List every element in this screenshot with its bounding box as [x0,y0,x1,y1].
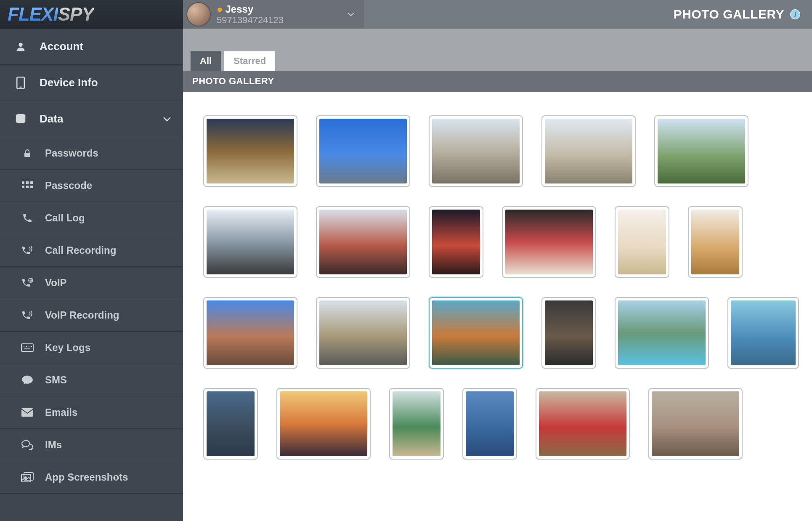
user-chip[interactable]: ●Jessy 5971394724123 [183,0,364,29]
photo-thumbnail[interactable] [316,206,410,278]
phone-globe-icon [19,277,36,288]
info-icon[interactable]: i [790,9,800,19]
sidebar-item-data[interactable]: Data [0,101,183,137]
sidebar-item-app-screenshots[interactable]: App Screenshots [0,461,183,494]
photo-thumbnail[interactable] [502,206,596,278]
photo-thumbnail[interactable] [462,388,517,460]
thumbnail-image [618,210,666,274]
thumbnail-image [658,119,745,183]
svg-rect-18 [21,408,33,417]
sidebar-item-device-info[interactable]: Device Info [0,65,183,101]
tab-row: All Starred [183,51,812,71]
thumbnail-image [545,300,593,365]
sidebar-item-account[interactable]: Account [0,29,183,65]
thumbnail-image [280,391,367,456]
chevron-down-icon [347,12,355,16]
status-dot-icon: ● [217,3,223,15]
gallery-wrap [183,92,812,521]
photo-thumbnail[interactable] [429,115,523,187]
thumbnail-image [432,210,480,274]
photo-thumbnail[interactable] [429,206,483,278]
thumbnail-image [432,300,520,365]
sidebar-item-label: Data [40,112,63,125]
photo-thumbnail[interactable] [316,115,410,187]
content: All Starred PHOTO GALLERY [183,29,812,521]
main: ●Jessy 5971394724123 PHOTO GALLERY i All… [183,0,812,521]
thumbnail-image [545,119,632,183]
sidebar-item-call-log[interactable]: Call Log [0,202,183,234]
photo-thumbnail[interactable] [203,115,297,187]
grid-icon [19,181,36,190]
svg-rect-6 [26,181,29,184]
svg-rect-10 [30,186,33,188]
thumbnail-image [207,300,294,365]
keyboard-icon [19,343,36,352]
sidebar-item-voip-recording[interactable]: VoIP Recording [0,299,183,332]
sidebar-item-label: VoIP [45,277,67,289]
thumbnail-image [691,210,739,274]
photo-thumbnail[interactable] [316,297,410,369]
logo-part1: FLEXI [8,4,58,24]
sidebar-item-call-recording[interactable]: Call Recording [0,234,183,267]
sidebar-item-ims[interactable]: IMs [0,429,183,461]
photo-thumbnail[interactable] [276,388,371,460]
sidebar-item-label: Call Log [45,212,85,224]
logo-part2: SPY [58,4,94,24]
tab-starred[interactable]: Starred [224,51,275,71]
user-id: 5971394724123 [217,15,284,25]
photo-thumbnail[interactable] [203,388,258,460]
database-icon [12,113,29,125]
thumbnail-image [652,391,739,456]
svg-point-0 [19,43,22,46]
sidebar-item-label: Key Logs [45,342,90,354]
brand-logo[interactable]: FLEXISPY [0,0,183,29]
thumbnail-image [505,210,593,274]
sidebar-item-voip[interactable]: VoIP [0,267,183,299]
photo-thumbnail[interactable] [203,297,297,369]
photo-thumbnail[interactable] [648,388,743,460]
section-header: PHOTO GALLERY [183,71,812,92]
sidebar-item-label: Emails [45,407,77,418]
chat-icon [19,375,36,385]
thumbnail-image [466,391,514,456]
photo-thumbnail[interactable] [389,388,444,460]
tab-all[interactable]: All [191,51,221,71]
sidebar-item-passwords[interactable]: Passwords [0,137,183,170]
thumbnail-image [432,119,520,183]
sidebar-item-label: Passcode [45,180,92,191]
nav: Account Device Info Data [0,29,183,521]
svg-rect-5 [22,181,24,184]
sidebar-item-label: App Screenshots [45,471,128,483]
sidebar-item-label: VoIP Recording [45,309,119,321]
sidebar-item-label: Account [40,40,83,53]
sidebar-item-sms[interactable]: SMS [0,364,183,396]
photo-thumbnail[interactable] [615,206,669,278]
sidebar-item-key-logs[interactable]: Key Logs [0,332,183,364]
gallery [203,115,802,460]
svg-rect-8 [22,186,24,188]
sidebar-item-emails[interactable]: Emails [0,396,183,429]
user-meta: ●Jessy 5971394724123 [217,3,284,26]
photo-thumbnail[interactable] [536,388,630,460]
lock-icon [19,148,36,159]
sidebar-item-passcode[interactable]: Passcode [0,170,183,202]
photo-thumbnail[interactable] [541,297,596,369]
thumbnail-image [207,210,294,274]
photo-thumbnail[interactable] [654,115,748,187]
photo-thumbnail[interactable] [541,115,636,187]
device-icon [12,77,29,89]
phone-signal-icon [19,310,36,321]
photo-thumbnail[interactable] [203,206,297,278]
photo-thumbnail[interactable] [429,297,523,369]
thumbnail-image [319,210,407,274]
svg-rect-9 [26,186,29,188]
photo-thumbnail[interactable] [615,297,709,369]
photo-thumbnail[interactable] [688,206,743,278]
avatar [186,2,211,27]
thumbnail-image [539,391,626,456]
phone-signal-icon [19,245,36,256]
thumbnail-image [207,119,294,183]
topbar-right: PHOTO GALLERY i [674,0,812,29]
photo-thumbnail[interactable] [727,297,799,369]
chat-bubbles-icon [19,440,36,450]
